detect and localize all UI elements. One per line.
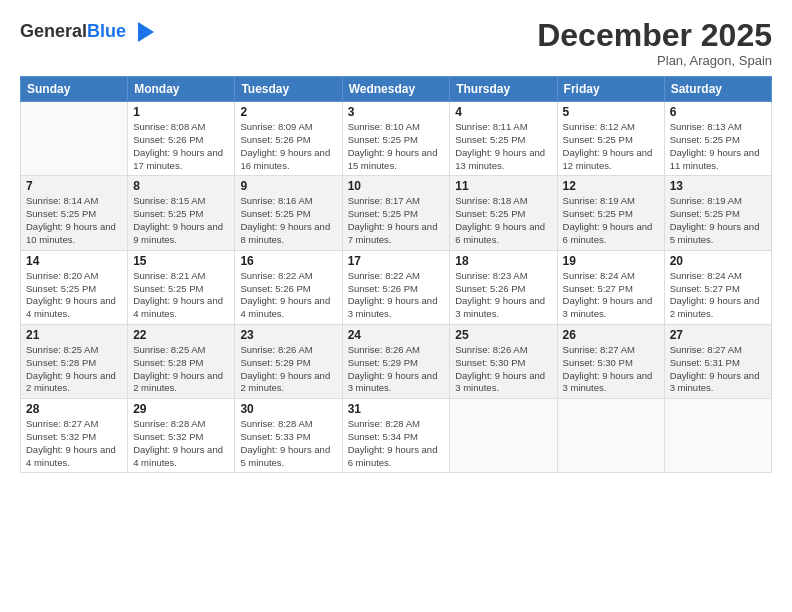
weekday-header-tuesday: Tuesday xyxy=(235,77,342,102)
calendar-header-row: SundayMondayTuesdayWednesdayThursdayFrid… xyxy=(21,77,772,102)
weekday-header-thursday: Thursday xyxy=(450,77,557,102)
calendar-cell xyxy=(450,399,557,473)
day-info: Sunrise: 8:22 AM Sunset: 5:26 PM Dayligh… xyxy=(240,270,336,321)
day-number: 28 xyxy=(26,402,122,416)
day-number: 20 xyxy=(670,254,766,268)
calendar-cell: 3Sunrise: 8:10 AM Sunset: 5:25 PM Daylig… xyxy=(342,102,450,176)
page: GeneralBlue December 2025 Plan, Aragon, … xyxy=(0,0,792,612)
day-info: Sunrise: 8:23 AM Sunset: 5:26 PM Dayligh… xyxy=(455,270,551,321)
calendar-cell: 25Sunrise: 8:26 AM Sunset: 5:30 PM Dayli… xyxy=(450,324,557,398)
day-number: 10 xyxy=(348,179,445,193)
day-info: Sunrise: 8:25 AM Sunset: 5:28 PM Dayligh… xyxy=(133,344,229,395)
calendar-cell: 1Sunrise: 8:08 AM Sunset: 5:26 PM Daylig… xyxy=(128,102,235,176)
calendar-cell: 17Sunrise: 8:22 AM Sunset: 5:26 PM Dayli… xyxy=(342,250,450,324)
day-number: 18 xyxy=(455,254,551,268)
day-info: Sunrise: 8:28 AM Sunset: 5:34 PM Dayligh… xyxy=(348,418,445,469)
calendar-cell: 14Sunrise: 8:20 AM Sunset: 5:25 PM Dayli… xyxy=(21,250,128,324)
calendar-cell: 16Sunrise: 8:22 AM Sunset: 5:26 PM Dayli… xyxy=(235,250,342,324)
day-info: Sunrise: 8:17 AM Sunset: 5:25 PM Dayligh… xyxy=(348,195,445,246)
day-number: 25 xyxy=(455,328,551,342)
weekday-header-wednesday: Wednesday xyxy=(342,77,450,102)
day-number: 7 xyxy=(26,179,122,193)
logo-blue: Blue xyxy=(87,21,126,41)
calendar-cell: 24Sunrise: 8:26 AM Sunset: 5:29 PM Dayli… xyxy=(342,324,450,398)
day-info: Sunrise: 8:26 AM Sunset: 5:29 PM Dayligh… xyxy=(348,344,445,395)
day-info: Sunrise: 8:18 AM Sunset: 5:25 PM Dayligh… xyxy=(455,195,551,246)
calendar-cell: 31Sunrise: 8:28 AM Sunset: 5:34 PM Dayli… xyxy=(342,399,450,473)
day-number: 16 xyxy=(240,254,336,268)
calendar-cell: 2Sunrise: 8:09 AM Sunset: 5:26 PM Daylig… xyxy=(235,102,342,176)
day-number: 9 xyxy=(240,179,336,193)
location: Plan, Aragon, Spain xyxy=(537,53,772,68)
day-number: 30 xyxy=(240,402,336,416)
day-info: Sunrise: 8:25 AM Sunset: 5:28 PM Dayligh… xyxy=(26,344,122,395)
calendar-cell xyxy=(21,102,128,176)
calendar-week-row: 1Sunrise: 8:08 AM Sunset: 5:26 PM Daylig… xyxy=(21,102,772,176)
day-number: 29 xyxy=(133,402,229,416)
calendar-cell: 18Sunrise: 8:23 AM Sunset: 5:26 PM Dayli… xyxy=(450,250,557,324)
day-info: Sunrise: 8:16 AM Sunset: 5:25 PM Dayligh… xyxy=(240,195,336,246)
day-number: 19 xyxy=(563,254,659,268)
day-info: Sunrise: 8:27 AM Sunset: 5:30 PM Dayligh… xyxy=(563,344,659,395)
calendar-cell: 6Sunrise: 8:13 AM Sunset: 5:25 PM Daylig… xyxy=(664,102,771,176)
day-info: Sunrise: 8:10 AM Sunset: 5:25 PM Dayligh… xyxy=(348,121,445,172)
weekday-header-monday: Monday xyxy=(128,77,235,102)
day-info: Sunrise: 8:20 AM Sunset: 5:25 PM Dayligh… xyxy=(26,270,122,321)
calendar-cell: 22Sunrise: 8:25 AM Sunset: 5:28 PM Dayli… xyxy=(128,324,235,398)
logo-icon xyxy=(128,18,156,46)
day-number: 24 xyxy=(348,328,445,342)
logo: GeneralBlue xyxy=(20,18,156,46)
day-number: 12 xyxy=(563,179,659,193)
day-info: Sunrise: 8:24 AM Sunset: 5:27 PM Dayligh… xyxy=(670,270,766,321)
calendar-cell: 8Sunrise: 8:15 AM Sunset: 5:25 PM Daylig… xyxy=(128,176,235,250)
day-number: 14 xyxy=(26,254,122,268)
day-info: Sunrise: 8:26 AM Sunset: 5:29 PM Dayligh… xyxy=(240,344,336,395)
calendar-cell: 21Sunrise: 8:25 AM Sunset: 5:28 PM Dayli… xyxy=(21,324,128,398)
title-block: December 2025 Plan, Aragon, Spain xyxy=(537,18,772,68)
calendar-cell: 23Sunrise: 8:26 AM Sunset: 5:29 PM Dayli… xyxy=(235,324,342,398)
calendar-cell: 28Sunrise: 8:27 AM Sunset: 5:32 PM Dayli… xyxy=(21,399,128,473)
calendar-cell: 30Sunrise: 8:28 AM Sunset: 5:33 PM Dayli… xyxy=(235,399,342,473)
day-number: 6 xyxy=(670,105,766,119)
calendar-cell: 15Sunrise: 8:21 AM Sunset: 5:25 PM Dayli… xyxy=(128,250,235,324)
calendar-cell: 10Sunrise: 8:17 AM Sunset: 5:25 PM Dayli… xyxy=(342,176,450,250)
day-info: Sunrise: 8:09 AM Sunset: 5:26 PM Dayligh… xyxy=(240,121,336,172)
day-number: 26 xyxy=(563,328,659,342)
calendar-cell xyxy=(664,399,771,473)
day-number: 31 xyxy=(348,402,445,416)
day-info: Sunrise: 8:11 AM Sunset: 5:25 PM Dayligh… xyxy=(455,121,551,172)
day-number: 22 xyxy=(133,328,229,342)
calendar-cell: 26Sunrise: 8:27 AM Sunset: 5:30 PM Dayli… xyxy=(557,324,664,398)
day-info: Sunrise: 8:24 AM Sunset: 5:27 PM Dayligh… xyxy=(563,270,659,321)
calendar-cell: 4Sunrise: 8:11 AM Sunset: 5:25 PM Daylig… xyxy=(450,102,557,176)
day-info: Sunrise: 8:08 AM Sunset: 5:26 PM Dayligh… xyxy=(133,121,229,172)
header: GeneralBlue December 2025 Plan, Aragon, … xyxy=(20,18,772,68)
day-info: Sunrise: 8:15 AM Sunset: 5:25 PM Dayligh… xyxy=(133,195,229,246)
day-number: 2 xyxy=(240,105,336,119)
day-info: Sunrise: 8:21 AM Sunset: 5:25 PM Dayligh… xyxy=(133,270,229,321)
calendar-cell xyxy=(557,399,664,473)
weekday-header-friday: Friday xyxy=(557,77,664,102)
day-number: 15 xyxy=(133,254,229,268)
calendar-table: SundayMondayTuesdayWednesdayThursdayFrid… xyxy=(20,76,772,473)
calendar-cell: 29Sunrise: 8:28 AM Sunset: 5:32 PM Dayli… xyxy=(128,399,235,473)
day-number: 8 xyxy=(133,179,229,193)
day-number: 11 xyxy=(455,179,551,193)
day-number: 27 xyxy=(670,328,766,342)
day-number: 23 xyxy=(240,328,336,342)
day-info: Sunrise: 8:22 AM Sunset: 5:26 PM Dayligh… xyxy=(348,270,445,321)
svg-marker-0 xyxy=(138,22,154,42)
calendar-cell: 19Sunrise: 8:24 AM Sunset: 5:27 PM Dayli… xyxy=(557,250,664,324)
calendar-cell: 5Sunrise: 8:12 AM Sunset: 5:25 PM Daylig… xyxy=(557,102,664,176)
day-number: 13 xyxy=(670,179,766,193)
day-info: Sunrise: 8:19 AM Sunset: 5:25 PM Dayligh… xyxy=(670,195,766,246)
day-info: Sunrise: 8:28 AM Sunset: 5:32 PM Dayligh… xyxy=(133,418,229,469)
day-info: Sunrise: 8:28 AM Sunset: 5:33 PM Dayligh… xyxy=(240,418,336,469)
day-number: 5 xyxy=(563,105,659,119)
calendar-cell: 9Sunrise: 8:16 AM Sunset: 5:25 PM Daylig… xyxy=(235,176,342,250)
calendar-week-row: 14Sunrise: 8:20 AM Sunset: 5:25 PM Dayli… xyxy=(21,250,772,324)
day-number: 3 xyxy=(348,105,445,119)
calendar-cell: 13Sunrise: 8:19 AM Sunset: 5:25 PM Dayli… xyxy=(664,176,771,250)
day-number: 17 xyxy=(348,254,445,268)
month-title: December 2025 xyxy=(537,18,772,53)
